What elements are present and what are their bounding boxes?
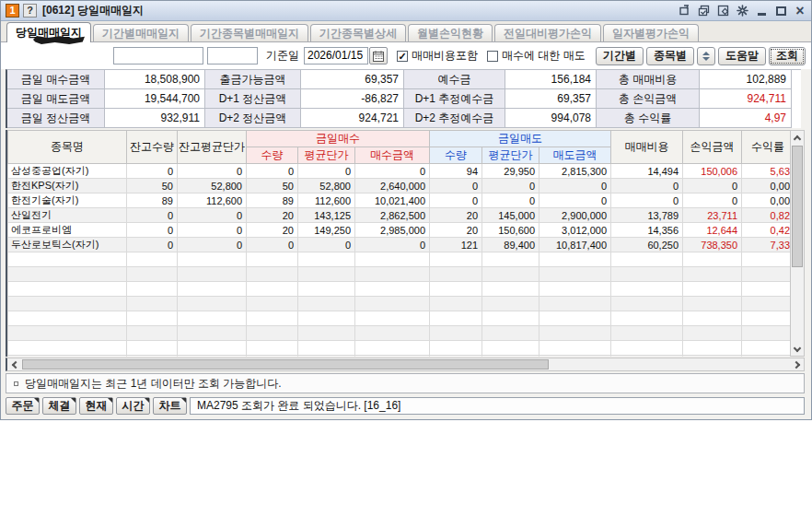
empty-cell [611,282,683,297]
tab-2[interactable]: 기간종목별매매일지 [191,24,308,41]
base-date-input[interactable]: 2026/01/15 [304,47,368,64]
empty-cell [539,252,611,267]
pin-window-icon[interactable] [678,5,690,18]
col-header-buy-avg: 평균단가 [298,147,355,164]
help-icon[interactable]: ? [23,4,37,18]
corner-fold-icon [108,398,112,403]
summary-value-1-0: 19,544,700 [105,89,205,109]
account-input[interactable] [113,47,203,64]
empty-cell [482,282,539,297]
empty-cell [355,282,430,297]
statusbar-button-3[interactable]: 시간 [116,397,150,415]
value-cell: 0,00 [742,179,790,194]
empty-cell [482,267,539,282]
horizontal-scroll-thumb[interactable] [22,359,549,369]
value-cell: 0 [539,179,611,194]
tab-0[interactable]: 당일매매일지 [6,22,91,42]
empty-cell [247,311,298,326]
scroll-left-icon[interactable] [7,358,20,370]
trade-table: 종목명 잔고수량 잔고평균단가 금일매수 금일매도 매매비용 손익금액 수익률 … [7,130,790,357]
table-row[interactable]: 한전KPS(자기)5052,8005052,8002,640,000000000… [8,179,791,194]
empty-cell [247,341,298,356]
settings-gear-icon[interactable] [736,5,748,18]
password-input[interactable] [207,47,258,64]
close-button[interactable]: × [794,5,806,18]
value-cell: 0 [611,179,683,194]
statusbar-button-label: 현재 [86,398,108,414]
value-cell: 121 [430,238,482,252]
summary-label-1-0: 금일 매도금액 [7,89,105,109]
value-cell: 0 [127,238,178,252]
table-row[interactable]: 두산로보틱스(자기)0000012189,40010,817,40060,250… [8,238,791,252]
scroll-down-icon[interactable] [791,343,804,356]
trade-grid: 종목명 잔고수량 잔고평균단가 금일매수 금일매도 매매비용 손익금액 수익률 … [6,130,805,357]
query-button[interactable]: 조회 [769,47,806,65]
maximize-button[interactable] [774,5,787,18]
value-cell: 143,125 [298,208,355,223]
empty-cell [539,356,611,358]
empty-cell [611,356,683,358]
empty-cell [127,356,178,358]
notice-bullet-icon [14,381,18,386]
empty-cell [127,341,178,356]
table-row[interactable]: 한전기술(자기)89112,60089112,60010,021,4000000… [8,194,791,208]
statusbar-buttons: 주문체결현재시간차트 [6,397,187,415]
trade-table-box: 종목명 잔고수량 잔고평균단가 금일매수 금일매도 매매비용 손익금액 수익률 … [7,130,790,357]
statusbar-button-4[interactable]: 차트 [153,397,187,415]
stock-name-cell: 에코프로비엠 [8,223,127,238]
empty-cell [742,356,790,358]
empty-cell [430,297,482,311]
toolbar: 기준일 2026/01/15 매매비용포함 매수에 대한 매도 기간별 종목별 … [1,42,811,69]
value-cell: 20 [430,208,482,223]
include-fee-checkbox[interactable] [397,51,408,62]
empty-cell [8,311,127,326]
empty-cell [298,311,355,326]
empty-cell [683,252,742,267]
value-cell: 89 [247,194,298,208]
empty-cell [430,311,482,326]
empty-cell [430,267,482,282]
symbol-button[interactable]: 종목별 [646,47,694,65]
value-cell: 0 [430,179,482,194]
table-row[interactable]: 산일전기0020143,1252,862,50020145,0002,900,0… [8,208,791,223]
minimize-button[interactable] [755,5,768,18]
empty-cell [178,356,247,358]
tab-3[interactable]: 기간종목별상세 [310,24,406,41]
statusbar-button-1[interactable]: 체결 [42,397,76,415]
scroll-right-icon[interactable] [791,358,804,370]
empty-cell [482,356,539,358]
empty-cell [742,311,790,326]
notice-bar: 당일매매일지는 최근 1년 데이터만 조회 가능합니다. [6,373,805,393]
vertical-scroll-thumb[interactable] [792,146,803,267]
value-cell: 60,250 [611,238,683,252]
capture-window-icon[interactable] [716,5,729,18]
statusbar-button-2[interactable]: 현재 [79,397,113,415]
horizontal-scrollbar[interactable] [6,358,805,371]
calendar-button[interactable] [369,47,388,64]
base-date-label: 기준일 [266,48,299,64]
statusbar-button-label: 시간 [122,398,145,414]
tab-6[interactable]: 일자별평가손익 [603,24,699,41]
include-fee-label: 매매비용포함 [412,48,478,64]
sell-of-buy-checkbox[interactable] [487,51,498,62]
scroll-up-icon[interactable] [791,131,804,144]
updown-spinner-button[interactable] [697,47,715,65]
clone-window-icon[interactable] [697,5,710,18]
table-row[interactable]: 삼성중공업(자기)000009429,9502,815,30014,494150… [8,164,791,179]
tab-5[interactable]: 전일대비평가손익 [494,24,601,41]
value-cell: 2,985,000 [355,223,430,238]
tab-4[interactable]: 월별손익현황 [408,24,493,41]
col-header-buy-amt: 매수금액 [355,147,430,164]
empty-cell [430,356,482,358]
empty-cell [683,297,742,311]
table-row[interactable]: 에코프로비엠0020149,2502,985,00020150,6003,012… [8,223,791,238]
statusbar-button-0[interactable]: 주문 [6,397,40,415]
stock-name-cell: 한전기술(자기) [8,194,127,208]
empty-cell [8,252,127,267]
period-button[interactable]: 기간별 [596,47,644,65]
help-button[interactable]: 도움말 [718,47,766,65]
vertical-scrollbar[interactable] [790,130,805,357]
summary-label-0-2: 예수금 [404,70,505,89]
tab-1[interactable]: 기간별매매일지 [93,24,189,41]
value-cell: 23,711 [683,208,742,223]
